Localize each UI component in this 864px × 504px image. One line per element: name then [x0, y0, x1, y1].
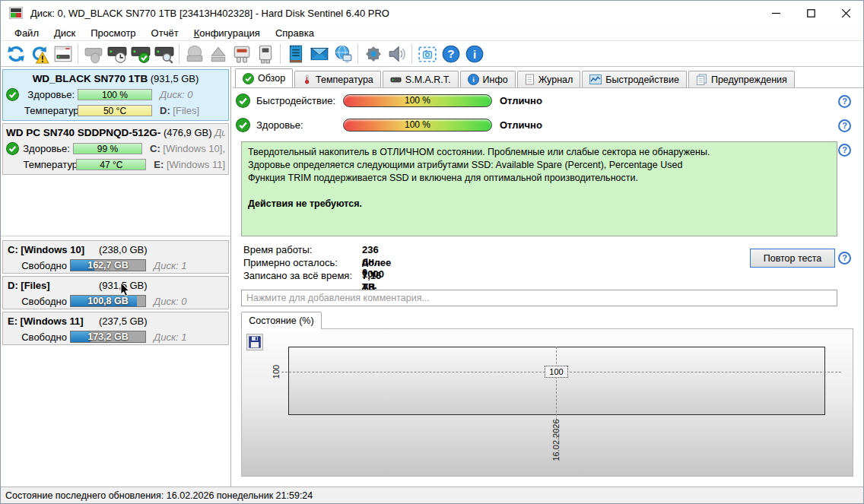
report-button[interactable] [284, 43, 307, 65]
partition-name: C: [Windows 10] [8, 242, 99, 258]
free-space-bar: 100,8 GB [70, 295, 146, 307]
disk-name: WD PC SN740 SDDPNQD-512G- [6, 127, 160, 138]
save-chart-button[interactable] [246, 334, 263, 350]
thermometer-icon [302, 74, 312, 85]
network-button[interactable] [331, 43, 354, 65]
retest-help-icon[interactable]: ? [838, 252, 851, 265]
menu-bar: Файл Диск Просмотр Отчёт Конфигурация Сп… [1, 25, 863, 41]
health-history-chart: 100 100 16.02.2026 [241, 328, 853, 477]
main-panel: Обзор Температура S.M.A.R.T. [233, 67, 864, 488]
performance-status: Отлично [500, 95, 542, 106]
disk-size: (931,5 GB) [151, 73, 199, 84]
tab-label: Обзор [258, 73, 285, 84]
detect-disks-icon [84, 44, 103, 64]
maximize-button[interactable] [793, 1, 828, 25]
tab-temperature[interactable]: Температура [294, 71, 381, 87]
disk-tests-button[interactable] [105, 43, 129, 65]
toolbar-separator [280, 44, 281, 64]
email-icon [310, 44, 329, 64]
about-button[interactable]: i [462, 43, 486, 65]
disk-number: Диск: 0 [160, 89, 192, 100]
tab-label: Журнал [538, 74, 573, 85]
speaker-icon [387, 44, 407, 64]
health-row: Здоровье: 100 % Отлично [236, 117, 542, 132]
offline-disk-button[interactable] [183, 43, 206, 65]
minimize-icon [772, 9, 780, 17]
document-icon [525, 74, 535, 85]
disk-number: Диск: [214, 127, 225, 138]
pages-icon [696, 74, 707, 85]
app-window: Диск: 0, WD_BLACK SN770 1TB [23413H40232… [0, 0, 864, 504]
tab-warnings[interactable]: Предупреждения [688, 71, 795, 87]
partition-size: (237,5 GB) [99, 313, 148, 329]
disk-card-wd-black-sn770[interactable]: WD_BLACK SN770 1TB (931,5 GB) Здоровье: … [2, 69, 229, 121]
free-value: 162,7 GB [71, 260, 145, 271]
temperature-label: Температура: [23, 159, 73, 170]
plot-area [288, 347, 825, 415]
menu-view[interactable]: Просмотр [83, 26, 143, 40]
menu-configuration[interactable]: Конфигурация [186, 26, 268, 40]
refresh-test-button[interactable] [27, 43, 51, 65]
tab-log[interactable]: Журнал [517, 71, 581, 87]
stat-label: Время работы: [243, 244, 357, 255]
health-bar: 99 % [73, 143, 142, 154]
disk-power-button[interactable] [253, 43, 277, 65]
menu-disk[interactable]: Диск [46, 26, 83, 40]
health-help-icon[interactable]: ? [838, 119, 851, 132]
menu-help[interactable]: Справка [268, 26, 322, 40]
partition-card-e[interactable]: E: [Windows 11] (237,5 GB) Свободно 173,… [2, 312, 229, 345]
health-ok-icon [6, 142, 19, 155]
title-bar: Диск: 0, WD_BLACK SN770 1TB [23413H40232… [1, 1, 863, 25]
tab-label: S.M.A.R.T. [405, 74, 451, 85]
free-value: 173,2 GB [71, 331, 145, 342]
tab-info[interactable]: i Инфо [460, 71, 516, 87]
send-email-button[interactable] [307, 43, 331, 65]
accept-disk-button[interactable] [129, 43, 152, 65]
tab-bar: Обзор Температура S.M.A.R.T. [235, 69, 796, 87]
close-icon [842, 9, 850, 17]
detect-disks-button[interactable] [81, 43, 105, 65]
performance-bar: 100 % [343, 94, 492, 107]
disk-card-wd-pc-sn740[interactable]: WD PC SN740 SDDPNQD-512G- (476,9 GB) Дис… [2, 123, 229, 175]
status-bar: Состояние последнего обновления: 16.02.2… [1, 487, 863, 503]
screenshot-button[interactable] [415, 43, 439, 65]
disk-title: WD PC SN740 SDDPNQD-512G- (476,9 GB) Дис… [6, 125, 225, 141]
info-circle-icon: i [468, 74, 479, 85]
partition-card-c[interactable]: C: [Windows 10] (238,0 GB) Свободно 162,… [2, 240, 229, 274]
description-line: Твердотельный накопитель в ОТЛИЧНОМ сост… [248, 146, 831, 159]
partition-card-d[interactable]: D: [Files] (931,5 GB) Свободно 100,8 GB … [2, 276, 229, 309]
help-button[interactable]: ? [439, 43, 462, 65]
data-point-label: 100 [545, 366, 568, 378]
menu-file[interactable]: Файл [7, 26, 46, 40]
disk-size: (476,9 GB) [164, 127, 212, 138]
disk-overview-icon [53, 44, 73, 64]
disk-overview-button[interactable] [51, 43, 75, 65]
tab-overview[interactable]: Обзор [235, 68, 293, 87]
performance-help-icon[interactable]: ? [838, 95, 851, 108]
toolbar-separator [357, 44, 358, 64]
disk-name: WD_BLACK SN770 1TB [33, 73, 148, 84]
tab-performance[interactable]: Быстродействие [582, 71, 687, 87]
menu-report[interactable]: Отчёт [144, 26, 186, 40]
tab-smart[interactable]: S.M.A.R.T. [383, 71, 459, 87]
settings-button[interactable] [361, 43, 385, 65]
health-bar: 100 % [78, 89, 152, 100]
free-space-bar: 162,7 GB [70, 259, 146, 271]
disk-connection-button[interactable] [230, 43, 253, 65]
sounds-button[interactable] [385, 43, 408, 65]
refresh-button[interactable] [4, 43, 27, 65]
comment-input[interactable] [241, 290, 837, 306]
chart-tab-state[interactable]: Состояние (%) [241, 312, 322, 329]
eject-disk-button[interactable] [206, 43, 230, 65]
close-button[interactable] [828, 1, 863, 25]
disk-search-icon [154, 44, 174, 64]
retest-button[interactable]: Повтор теста [750, 249, 835, 268]
toolbar-separator [179, 44, 179, 64]
tab-label: Предупреждения [711, 74, 787, 85]
analyse-disk-button[interactable] [152, 43, 176, 65]
save-icon [249, 336, 261, 348]
offline-disk-icon [185, 44, 205, 64]
minimize-button[interactable] [758, 1, 793, 25]
gear-icon [364, 44, 383, 64]
description-help-icon[interactable]: ? [838, 144, 851, 157]
